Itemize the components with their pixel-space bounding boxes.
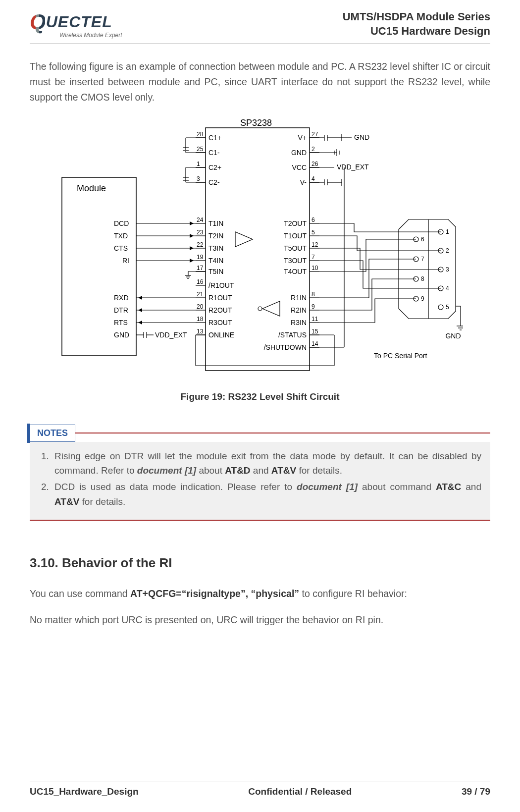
svg-text:VDD_EXT: VDD_EXT	[155, 331, 187, 339]
header-right: UMTS/HSDPA Module Series UC15 Hardware D…	[343, 10, 490, 38]
svg-text:VDD_EXT: VDD_EXT	[337, 163, 369, 171]
svg-text:R1IN: R1IN	[291, 294, 307, 302]
svg-text:22: 22	[197, 241, 204, 248]
figure-caption: Figure 19: RS232 Level Shift Circuit	[30, 391, 490, 402]
circuit-diagram: .bx{fill:none;stroke:#000;stroke-width:1…	[57, 118, 463, 380]
svg-point-103	[258, 307, 262, 311]
logo-letter: Q	[30, 10, 45, 34]
svg-text:T5OUT: T5OUT	[284, 244, 307, 252]
svg-text:CTS: CTS	[114, 244, 128, 252]
svg-text:To PC Serial Port: To PC Serial Port	[374, 352, 427, 360]
svg-text:TXD: TXD	[114, 232, 128, 240]
svg-text:ONLINE: ONLINE	[208, 331, 234, 339]
svg-text:12: 12	[312, 241, 318, 248]
svg-text:GND: GND	[291, 149, 307, 157]
figure-wrap: .bx{fill:none;stroke:#000;stroke-width:1…	[30, 118, 490, 402]
svg-text:T1OUT: T1OUT	[284, 232, 307, 240]
svg-text:13: 13	[197, 328, 204, 335]
svg-marker-149	[190, 234, 194, 238]
footer-right: 39 / 79	[462, 786, 490, 797]
footer-center: Confidential / Released	[248, 786, 352, 797]
svg-text:7: 7	[421, 256, 424, 263]
svg-marker-157	[138, 308, 142, 312]
page-footer: UC15_Hardware_Design Confidential / Rele…	[30, 781, 490, 797]
svg-text:23: 23	[197, 229, 204, 236]
svg-text:R3OUT: R3OUT	[208, 319, 232, 326]
svg-text:T3IN: T3IN	[208, 244, 223, 252]
notes-line	[75, 433, 490, 433]
svg-text:24: 24	[197, 217, 204, 223]
svg-text:GND: GND	[354, 133, 369, 141]
svg-text:11: 11	[312, 316, 318, 323]
svg-marker-153	[190, 259, 194, 263]
svg-marker-147	[190, 221, 194, 225]
logo-block: Q UECTEL Wireless Module Expert	[30, 10, 122, 39]
svg-text:2: 2	[446, 247, 449, 254]
svg-text:GND: GND	[445, 332, 461, 340]
svg-text:/STATUS: /STATUS	[278, 331, 307, 339]
svg-text:T2IN: T2IN	[208, 232, 223, 240]
svg-text:3: 3	[446, 266, 449, 273]
logo-brand: UECTEL	[46, 13, 112, 31]
svg-text:1: 1	[197, 161, 200, 167]
svg-text:7: 7	[312, 254, 315, 261]
svg-text:3: 3	[197, 175, 200, 182]
svg-text:C1+: C1+	[208, 134, 221, 142]
svg-text:T4OUT: T4OUT	[284, 268, 307, 275]
svg-text:T4IN: T4IN	[208, 257, 223, 265]
notes-body: Rising edge on DTR will let the module e…	[30, 442, 490, 521]
notes-header: NOTES	[30, 425, 490, 442]
notes-tab: NOTES	[30, 425, 75, 442]
header-series: UMTS/HSDPA Module Series	[343, 10, 490, 24]
svg-marker-102	[262, 301, 280, 316]
svg-text:C2-: C2-	[208, 178, 220, 186]
section-title: 3.10. Behavior of the RI	[30, 555, 490, 571]
section-p1: You can use command AT+QCFG=“risignaltyp…	[30, 586, 490, 602]
svg-text:R2OUT: R2OUT	[208, 306, 232, 314]
svg-text:T3OUT: T3OUT	[284, 257, 307, 265]
svg-text:21: 21	[197, 291, 204, 298]
svg-text:5: 5	[312, 229, 315, 236]
svg-text:DCD: DCD	[114, 219, 129, 227]
svg-text:R2IN: R2IN	[291, 306, 307, 314]
svg-text:GND: GND	[114, 331, 129, 339]
header-doc-title: UC15 Hardware Design	[343, 24, 490, 39]
svg-text:8: 8	[421, 275, 424, 282]
svg-text:20: 20	[197, 303, 204, 310]
svg-text:DTR: DTR	[114, 306, 128, 314]
svg-text:28: 28	[197, 131, 204, 138]
svg-text:T5IN: T5IN	[208, 268, 223, 275]
svg-text:RXD: RXD	[114, 294, 129, 302]
svg-text:6: 6	[421, 236, 424, 243]
svg-text:6: 6	[312, 217, 315, 223]
svg-text:4: 4	[446, 285, 449, 292]
svg-text:R3IN: R3IN	[291, 319, 307, 326]
svg-text:5: 5	[446, 304, 449, 311]
svg-text:18: 18	[197, 316, 204, 323]
svg-marker-159	[138, 321, 142, 325]
footer-left: UC15_Hardware_Design	[30, 786, 139, 797]
page-header: Q UECTEL Wireless Module Expert UMTS/HSD…	[30, 10, 490, 44]
svg-text:SP3238: SP3238	[240, 118, 272, 128]
svg-text:17: 17	[197, 265, 204, 271]
svg-text:V-: V-	[300, 178, 307, 186]
svg-text:T2OUT: T2OUT	[284, 219, 307, 227]
note-item-2: DCD is used as data mode indication. Ple…	[52, 480, 481, 509]
svg-text:19: 19	[197, 254, 204, 261]
svg-text:15: 15	[312, 328, 318, 335]
svg-text:T1IN: T1IN	[208, 219, 223, 227]
svg-text:16: 16	[197, 278, 204, 285]
svg-text:2: 2	[312, 146, 315, 153]
svg-rect-0	[62, 177, 136, 356]
svg-text:C2+: C2+	[208, 163, 221, 171]
svg-text:8: 8	[312, 291, 315, 298]
svg-text:25: 25	[197, 146, 204, 153]
intro-paragraph: The following figure is an example of co…	[30, 59, 490, 106]
logo-tagline: Wireless Module Expert	[59, 32, 122, 39]
svg-text:/SHUTDOWN: /SHUTDOWN	[264, 343, 307, 351]
svg-marker-101	[235, 232, 253, 247]
svg-text:1: 1	[446, 228, 449, 235]
svg-text:26: 26	[312, 161, 318, 167]
section-p2: No matter which port URC is presented on…	[30, 612, 490, 628]
svg-point-177	[438, 305, 443, 310]
